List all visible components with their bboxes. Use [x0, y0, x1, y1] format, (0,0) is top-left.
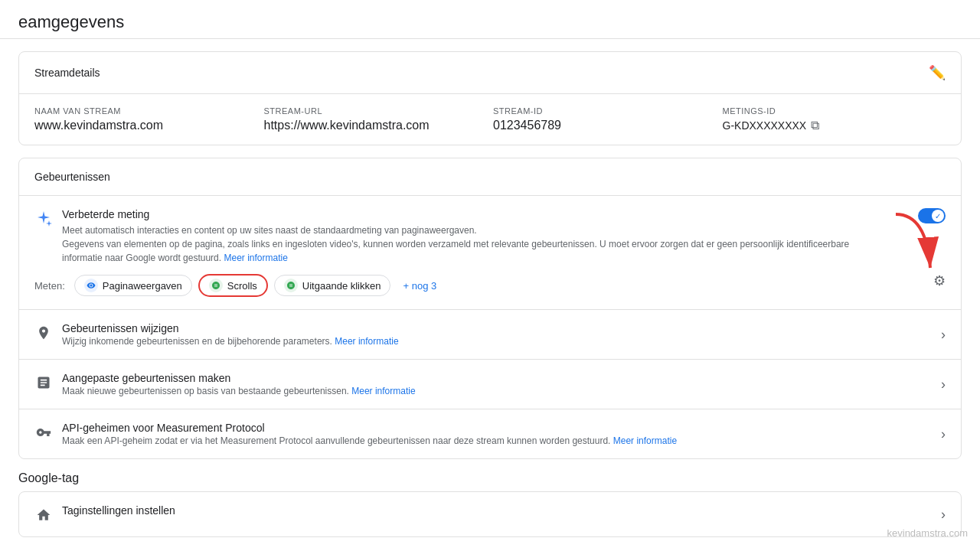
- stream-url-label: STREAM-URL: [264, 106, 488, 116]
- meer-info-link-top[interactable]: Meer informatie: [224, 253, 287, 263]
- stream-naam-label: NAAM VAN STREAM: [34, 106, 258, 116]
- list-item-taginstellingen-left: Taginstellingen instellen: [34, 504, 175, 524]
- copy-icon[interactable]: ⧉: [811, 119, 819, 132]
- eye-icon: [84, 279, 98, 292]
- taginstellingen-title: Taginstellingen instellen: [62, 504, 175, 517]
- stream-details-grid: NAAM VAN STREAM www.kevindamstra.com STR…: [19, 94, 961, 145]
- stream-url-value: https://www.kevindamstra.com: [264, 119, 488, 132]
- taginstellingen-content: Taginstellingen instellen: [62, 504, 175, 518]
- tag-uitgaande-klikken-label: Uitgaande klikken: [302, 280, 381, 292]
- tag-scrolls[interactable]: Scrolls: [198, 274, 268, 297]
- wijzigen-icon: [34, 324, 53, 342]
- stream-id-value: 0123456789: [493, 119, 717, 132]
- aangepaste-chevron: ›: [941, 377, 946, 393]
- tag-paginaweergaven-label: Paginaweergaven: [103, 280, 182, 292]
- verbeterde-content: Verbeterde meting Meet automatisch inter…: [62, 208, 866, 265]
- verbeterde-meting-title: Verbeterde meting: [62, 208, 866, 220]
- list-item-taginstellingen[interactable]: Taginstellingen instellen ›: [19, 492, 961, 536]
- aangepaste-desc: Maak nieuwe gebeurtenissen op basis van …: [62, 386, 416, 396]
- aangepaste-title: Aangepaste gebeurtenissen maken: [62, 372, 416, 384]
- stream-naam-value: www.kevindamstra.com: [34, 119, 258, 132]
- watermark: kevindamstra.com: [887, 527, 968, 539]
- toggle-knob: ✓: [932, 210, 944, 222]
- wijzigen-desc: Wijzig inkomende gebeurtenissen en de bi…: [62, 336, 399, 347]
- edit-icon[interactable]: ✏️: [929, 64, 946, 81]
- tag-scrolls-label: Scrolls: [227, 280, 257, 292]
- meten-label: Meten:: [34, 280, 65, 292]
- api-icon: [34, 423, 53, 442]
- tag-paginaweergaven[interactable]: Paginaweergaven: [74, 275, 192, 296]
- list-item-wijzigen[interactable]: Gebeurtenissen wijzigen Wijzig inkomende…: [19, 310, 961, 360]
- streamdetails-title: Streamdetails: [34, 67, 100, 79]
- tag-uitgaande-klikken[interactable]: Uitgaande klikken: [274, 275, 391, 296]
- gebeurtenissen-header: Gebeurtenissen: [19, 158, 961, 196]
- verbeterde-toggle[interactable]: ✓: [918, 208, 946, 223]
- taginstellingen-icon: [34, 506, 53, 524]
- api-chevron: ›: [941, 426, 946, 442]
- verbeterde-meting-row: Verbeterde meting Meet automatisch inter…: [19, 196, 961, 310]
- scroll-icon: [209, 279, 223, 292]
- google-tag-section: Google-tag Taginstellingen instellen ›: [18, 471, 962, 537]
- list-item-aangepaste-content: Aangepaste gebeurtenissen maken Maak nie…: [62, 372, 416, 396]
- taginstellingen-chevron: ›: [941, 507, 946, 523]
- stream-url-field: STREAM-URL https://www.kevindamstra.com: [264, 106, 488, 132]
- wijzigen-meer-info[interactable]: Meer informatie: [335, 336, 398, 347]
- stream-id-label: STREAM-ID: [493, 106, 717, 116]
- meten-row: Meten: Paginaweergaven: [34, 274, 443, 297]
- list-item-wijzigen-content: Gebeurtenissen wijzigen Wijzig inkomende…: [62, 322, 399, 347]
- gear-icon[interactable]: ⚙: [933, 272, 946, 289]
- stream-metings-field: METINGS-ID G-KDXXXXXXXX ⧉: [723, 106, 946, 132]
- list-item-aangepaste-left: Aangepaste gebeurtenissen maken Maak nie…: [34, 372, 416, 396]
- page-title: eamgegevens: [18, 12, 962, 32]
- stream-metings-label: METINGS-ID: [723, 106, 946, 116]
- wijzigen-title: Gebeurtenissen wijzigen: [62, 322, 399, 334]
- streamdetails-section: Streamdetails ✏️ NAAM VAN STREAM www.kev…: [18, 51, 962, 145]
- list-item-api-content: API-geheimen voor Measurement Protocol M…: [62, 422, 677, 446]
- list-item-aangepaste[interactable]: Aangepaste gebeurtenissen maken Maak nie…: [19, 360, 961, 409]
- gebeurtenissen-title: Gebeurtenissen: [34, 171, 110, 183]
- sparkle-icon: [34, 210, 53, 228]
- gebeurtenissen-section: Gebeurtenissen Verbeterde meting Meet au…: [18, 158, 962, 459]
- stream-naam-field: NAAM VAN STREAM www.kevindamstra.com: [34, 106, 258, 132]
- stream-metings-value: G-KDXXXXXXXX: [723, 119, 807, 132]
- wijzigen-chevron: ›: [941, 327, 946, 343]
- list-item-api[interactable]: API-geheimen voor Measurement Protocol M…: [19, 409, 961, 458]
- google-tag-title: Google-tag: [18, 471, 962, 485]
- google-tag-border: Taginstellingen instellen ›: [18, 491, 962, 537]
- api-title: API-geheimen voor Measurement Protocol: [62, 422, 677, 434]
- verbeterde-meting-left: Verbeterde meting Meet automatisch inter…: [34, 208, 866, 265]
- aangepaste-icon: [34, 373, 53, 392]
- more-tags-button[interactable]: + nog 3: [397, 277, 443, 295]
- api-meer-info[interactable]: Meer informatie: [613, 435, 677, 446]
- aangepaste-meer-info[interactable]: Meer informatie: [351, 386, 415, 396]
- outbound-icon: [284, 279, 298, 292]
- verbeterde-meting-top: Verbeterde meting Meet automatisch inter…: [34, 208, 946, 265]
- meten-row-wrapper: Meten: Paginaweergaven: [34, 265, 946, 297]
- list-item-wijzigen-left: Gebeurtenissen wijzigen Wijzig inkomende…: [34, 322, 399, 347]
- list-item-api-left: API-geheimen voor Measurement Protocol M…: [34, 422, 677, 446]
- stream-id-field: STREAM-ID 0123456789: [493, 106, 717, 132]
- stream-metings-value-row: G-KDXXXXXXXX ⧉: [723, 119, 946, 132]
- streamdetails-header: Streamdetails ✏️: [19, 52, 961, 94]
- verbeterde-desc1: Meet automatisch interacties en content …: [62, 223, 866, 265]
- toggle-switch[interactable]: ✓: [918, 208, 946, 223]
- api-desc: Maak een API-geheim zodat er via het Mea…: [62, 435, 677, 446]
- check-icon: ✓: [935, 212, 941, 220]
